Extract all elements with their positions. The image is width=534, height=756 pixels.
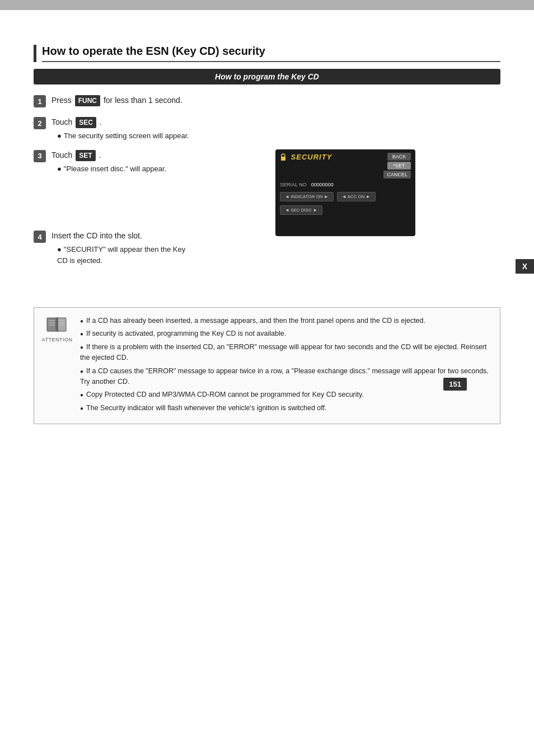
back-btn: BACK — [387, 153, 411, 161]
step-4-text: Insert the CD into the slot. — [51, 230, 190, 242]
attention-bullet-item: If security is activated, programming th… — [80, 328, 491, 339]
step-4-bullet: "SECURITY" will appear then the Key CD i… — [57, 244, 190, 266]
step-3-content: Touch SET . "Please insert disc." will a… — [51, 149, 190, 175]
screen-sec-disc: ◄ SEC DISC ► — [280, 204, 411, 215]
step-left-column: 3 Touch SET . "Please insert disc." will… — [34, 149, 190, 274]
step-2-text: Touch SEC . — [51, 116, 500, 128]
svg-rect-1 — [47, 318, 56, 331]
book-icon — [46, 316, 68, 335]
step-2-content: Touch SEC . The security setting screen … — [51, 116, 500, 142]
step-2-number: 2 — [34, 117, 46, 129]
step-1-text: Press FUNC for less than 1 second. — [51, 95, 500, 106]
step-3-row: 3 Touch SET . "Please insert disc." will… — [34, 149, 190, 175]
step-2-row: 2 Touch SEC . The security setting scree… — [34, 116, 500, 142]
acc-btn: ◄ ACC ON ► — [337, 192, 376, 201]
attention-bullets-list: If a CD has already been inserted, a mes… — [80, 316, 491, 416]
attention-bullet-item: If a CD causes the "ERROR" message to ap… — [80, 366, 491, 388]
security-screen: SECURITY BACK *SET CANCEL SERIAL NO 0000… — [275, 149, 415, 236]
sub-header: How to program the Key CD — [34, 69, 500, 84]
step-2-bullet: The security setting screen will appear. — [57, 130, 500, 142]
step-4-content: Insert the CD into the slot. "SECURITY" … — [51, 230, 190, 266]
serial-value: 00000000 — [311, 182, 334, 187]
sec-disc-btn: ◄ SEC DISC ► — [280, 205, 322, 215]
screen-buttons: BACK *SET CANCEL — [383, 153, 411, 179]
step-4-row: 4 Insert the CD into the slot. "SECURITY… — [34, 230, 190, 266]
step-3-bullet: "Please insert disc." will appear. — [57, 163, 190, 175]
attention-box: ATTENTION If a CD has already been inser… — [34, 307, 500, 424]
step-1-number: 1 — [34, 95, 46, 107]
func-key: FUNC — [75, 95, 100, 106]
top-bar — [0, 0, 534, 10]
screen-title: SECURITY — [280, 153, 332, 162]
attention-icon-area: ATTENTION — [43, 316, 71, 342]
lock-icon — [280, 153, 287, 161]
attention-bullet-item: The Security indicator will flash whenev… — [80, 403, 491, 414]
page-number: 151 — [443, 378, 467, 391]
serial-row: SERIAL NO 00000000 — [280, 182, 411, 187]
set-btn: *SET — [387, 162, 411, 170]
screen-container: SECURITY BACK *SET CANCEL SERIAL NO 0000… — [190, 149, 500, 236]
step-1-row: 1 Press FUNC for less than 1 second. — [34, 95, 500, 109]
main-content: How to operate the ESN (Key CD) security… — [34, 45, 500, 424]
section-title: How to operate the ESN (Key CD) security — [42, 45, 500, 62]
attention-label: ATTENTION — [42, 337, 73, 342]
step-3-number: 3 — [34, 150, 46, 162]
step-3-4-container: 3 Touch SET . "Please insert disc." will… — [34, 149, 500, 274]
indicator-btn: ◄ INDICATOR ON ► — [280, 192, 334, 201]
attention-bullet-item: If there is a problem with the inserted … — [80, 342, 491, 364]
attention-bullet-item: If a CD has already been inserted, a mes… — [80, 316, 491, 326]
step-3-text: Touch SET . — [51, 149, 190, 161]
side-x-label: X — [516, 259, 534, 274]
screen-bottom: ◄ INDICATOR ON ► ◄ ACC ON ► — [280, 192, 411, 201]
svg-rect-0 — [281, 157, 285, 161]
svg-rect-3 — [56, 317, 58, 332]
step-4-number: 4 — [34, 231, 46, 243]
sec-key: SEC — [76, 117, 96, 128]
section-title-bar: How to operate the ESN (Key CD) security — [34, 45, 500, 62]
attention-bullet-item: Copy Protected CD and MP3/WMA CD-ROM can… — [80, 389, 491, 400]
serial-label: SERIAL NO — [280, 182, 307, 187]
step-1-content: Press FUNC for less than 1 second. — [51, 95, 500, 109]
set-key: SET — [76, 150, 95, 161]
cancel-btn: CANCEL — [383, 171, 411, 179]
svg-rect-2 — [57, 318, 66, 331]
